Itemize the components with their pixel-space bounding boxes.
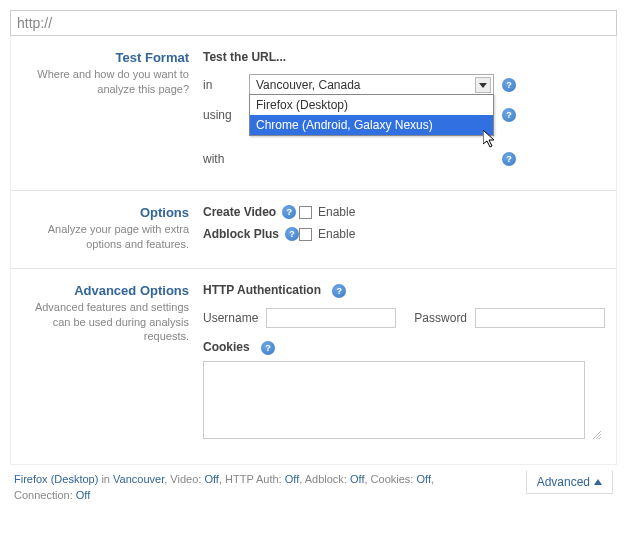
help-icon[interactable]: ? (502, 152, 516, 166)
username-input[interactable] (266, 308, 396, 328)
advanced-toggle[interactable]: Advanced (526, 470, 613, 494)
browser-option[interactable]: Chrome (Android, Galaxy Nexus) (250, 115, 493, 135)
summary-connection-link[interactable]: Off (76, 489, 90, 501)
location-select[interactable]: Vancouver, Canada (249, 74, 494, 96)
help-icon[interactable]: ? (261, 341, 275, 355)
password-label: Password (414, 311, 467, 325)
summary-httpauth-link[interactable]: Off (285, 473, 299, 485)
resize-grip-icon[interactable] (590, 428, 602, 440)
password-input[interactable] (475, 308, 605, 328)
test-url-heading: Test the URL... (203, 50, 604, 64)
create-video-label: Create Video (203, 205, 276, 219)
footer: Firefox (Desktop) in Vancouver, Video: O… (10, 465, 617, 504)
http-auth-label: HTTP Authentication (203, 283, 321, 297)
summary-cookies-link[interactable]: Off (416, 473, 430, 485)
chevron-down-icon (475, 77, 491, 93)
section-options: Options Analyze your page with extra opt… (11, 190, 616, 268)
enable-label: Enable (318, 205, 355, 219)
browser-dropdown-list[interactable]: Firefox (Desktop) Chrome (Android, Galax… (249, 94, 494, 136)
location-selected-value: Vancouver, Canada (256, 78, 361, 92)
help-icon[interactable]: ? (332, 284, 346, 298)
adblock-checkbox[interactable] (299, 228, 312, 241)
cookies-textarea[interactable] (203, 361, 585, 439)
test-format-desc: Where and how do you want to analyze thi… (23, 67, 189, 97)
cookies-label: Cookies (203, 340, 250, 354)
help-icon[interactable]: ? (285, 227, 299, 241)
adblock-label: Adblock Plus (203, 227, 279, 241)
section-advanced: Advanced Options Advanced features and s… (11, 268, 616, 458)
chevron-up-icon (594, 479, 602, 485)
summary-browser-link[interactable]: Firefox (Desktop) (14, 473, 98, 485)
help-icon[interactable]: ? (502, 78, 516, 92)
username-label: Username (203, 311, 258, 325)
summary-adblock-link[interactable]: Off (350, 473, 364, 485)
browser-option[interactable]: Firefox (Desktop) (250, 95, 493, 115)
help-icon[interactable]: ? (282, 205, 296, 219)
svg-line-5 (599, 437, 601, 439)
advanced-title: Advanced Options (23, 283, 189, 298)
svg-marker-6 (594, 479, 602, 485)
in-label: in (203, 78, 249, 92)
summary-video-link[interactable]: Off (204, 473, 218, 485)
create-video-checkbox[interactable] (299, 206, 312, 219)
options-title: Options (23, 205, 189, 220)
with-label: with (203, 152, 249, 166)
section-test-format: Test Format Where and how do you want to… (11, 36, 616, 190)
url-input[interactable] (10, 10, 617, 36)
enable-label: Enable (318, 227, 355, 241)
advanced-desc: Advanced features and settings can be us… (23, 300, 189, 345)
test-format-title: Test Format (23, 50, 189, 65)
options-desc: Analyze your page with extra options and… (23, 222, 189, 252)
svg-marker-0 (479, 83, 487, 88)
summary-line: Firefox (Desktop) in Vancouver, Video: O… (14, 471, 494, 504)
help-icon[interactable]: ? (502, 108, 516, 122)
using-label: using (203, 108, 249, 122)
config-panel: Test Format Where and how do you want to… (10, 36, 617, 465)
summary-location-link[interactable]: Vancouver (113, 473, 164, 485)
